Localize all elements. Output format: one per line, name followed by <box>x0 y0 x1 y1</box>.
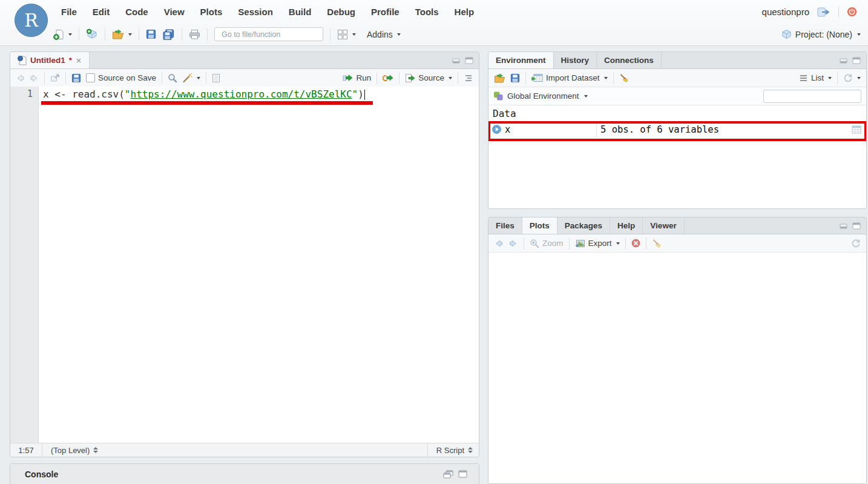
code-close-quote: " <box>352 88 358 100</box>
popout-icon <box>50 74 60 82</box>
object-row-x[interactable]: x 5 obs. of 6 variables <box>488 121 866 138</box>
compile-report-button[interactable] <box>209 72 223 84</box>
nav-back-button[interactable] <box>13 73 27 84</box>
code-open-quote: " <box>125 88 131 100</box>
tab-untitled1[interactable]: Untitled1 * <box>10 52 90 68</box>
tab-history[interactable]: History <box>554 52 597 68</box>
print-icon <box>189 29 200 39</box>
menu-build[interactable]: Build <box>281 7 320 17</box>
account-username: questionpro <box>762 7 809 17</box>
new-project-button[interactable] <box>84 27 100 41</box>
refresh-plot-button[interactable] <box>849 237 863 250</box>
run-button[interactable]: Run <box>340 72 373 84</box>
goto-file-input[interactable] <box>220 30 320 39</box>
maximize-icon[interactable] <box>852 57 861 64</box>
previous-plot-button[interactable] <box>492 238 506 249</box>
save-source-button[interactable] <box>69 72 84 84</box>
console-pane: Console <box>10 463 479 484</box>
document-outline-button[interactable] <box>461 73 476 84</box>
save-all-button[interactable] <box>160 28 177 41</box>
source-button[interactable]: Source <box>403 72 455 84</box>
source-window-buttons <box>452 52 479 68</box>
save-workspace-button[interactable] <box>508 72 522 84</box>
popout-window-button[interactable] <box>48 73 62 84</box>
close-icon[interactable] <box>76 58 82 64</box>
remove-plot-button[interactable] <box>629 237 643 249</box>
scope-selector[interactable]: (Top Level) <box>42 446 98 455</box>
minimize-icon[interactable] <box>840 222 847 229</box>
import-dataset-button[interactable]: Import Dataset <box>529 72 610 84</box>
open-file-button[interactable] <box>110 28 134 41</box>
environment-search-input[interactable] <box>769 91 865 101</box>
main-toolbar: Addins <box>51 24 403 45</box>
menu-debug[interactable]: Debug <box>319 7 363 17</box>
maximize-icon[interactable] <box>465 57 473 64</box>
tab-files[interactable]: Files <box>488 217 522 234</box>
export-image-icon <box>575 239 585 248</box>
minimize-icon[interactable] <box>840 57 847 64</box>
new-project-icon <box>86 28 98 40</box>
menu-edit[interactable]: Edit <box>85 7 117 17</box>
nav-forward-button[interactable] <box>27 73 41 84</box>
menu-help[interactable]: Help <box>447 7 482 17</box>
source-toolbar: Source on Save <box>10 69 479 87</box>
addins-button[interactable]: Addins <box>364 28 403 41</box>
tab-viewer[interactable]: Viewer <box>643 217 684 234</box>
goto-file-search <box>214 27 323 41</box>
next-plot-button[interactable] <box>506 238 521 249</box>
code-tools-button[interactable] <box>180 72 203 84</box>
quit-session-button[interactable] <box>844 5 860 18</box>
code-editor[interactable]: 1 x <- read.csv("https://www.questionpro… <box>10 87 479 443</box>
search-icon <box>168 73 177 83</box>
source-pane: Untitled1 * <box>10 51 479 457</box>
global-environment-icon <box>493 91 504 101</box>
toolbar-separator <box>44 72 45 84</box>
maximize-icon[interactable] <box>458 470 467 478</box>
toolbar-separator <box>525 72 526 84</box>
source-on-save-checkbox[interactable]: Source on Save <box>84 72 159 84</box>
print-button[interactable] <box>186 28 203 41</box>
remove-plot-icon <box>631 239 640 248</box>
save-button[interactable] <box>143 28 159 41</box>
maximize-icon[interactable] <box>852 222 861 230</box>
global-environment-selector[interactable]: Global Environment <box>507 91 588 101</box>
find-replace-button[interactable] <box>165 72 180 84</box>
pane-layout-button[interactable] <box>335 28 358 41</box>
expand-object-icon[interactable] <box>492 125 501 134</box>
tab-connections[interactable]: Connections <box>597 52 662 68</box>
menu-code[interactable]: Code <box>117 7 156 17</box>
sign-out-button[interactable] <box>815 6 833 18</box>
zoom-plot-button[interactable]: Zoom <box>527 237 566 250</box>
environment-tabstrip: Environment History Connections <box>488 52 866 69</box>
file-type-selector[interactable]: R Script <box>427 443 479 457</box>
clear-all-plots-button[interactable] <box>649 237 665 250</box>
clear-objects-button[interactable] <box>617 72 632 84</box>
code-url-link[interactable]: https://www.questionpro.com/t/vBSZelKC <box>131 88 352 100</box>
menu-profile[interactable]: Profile <box>363 7 407 17</box>
menu-plots[interactable]: Plots <box>192 7 231 17</box>
project-selector[interactable]: Project: (None) <box>781 24 861 45</box>
tab-plots[interactable]: Plots <box>522 217 557 234</box>
tab-packages[interactable]: Packages <box>557 217 610 234</box>
files-pane: Files Plots Packages Help Viewer <box>488 217 867 484</box>
restore-icon[interactable] <box>443 470 453 479</box>
tab-help[interactable]: Help <box>610 217 643 234</box>
toolbar-separator <box>458 72 458 84</box>
minimize-icon[interactable] <box>452 57 460 64</box>
forward-arrow-icon <box>30 74 39 82</box>
menu-file[interactable]: File <box>53 7 85 17</box>
rerun-button[interactable] <box>380 73 396 84</box>
tab-label: Help <box>617 221 635 230</box>
list-view-button[interactable]: List <box>797 72 834 84</box>
menu-session[interactable]: Session <box>230 7 281 17</box>
menu-tools[interactable]: Tools <box>407 7 447 17</box>
tab-environment[interactable]: Environment <box>488 52 554 68</box>
refresh-environment-button[interactable] <box>841 72 863 84</box>
new-file-button[interactable] <box>51 28 74 41</box>
export-plot-button[interactable]: Export <box>573 237 622 249</box>
environment-toolbar: Import Dataset List <box>488 69 866 87</box>
menu-view[interactable]: View <box>156 7 192 17</box>
view-table-button[interactable] <box>852 125 861 134</box>
load-workspace-button[interactable] <box>492 72 508 84</box>
new-file-icon <box>53 29 64 40</box>
